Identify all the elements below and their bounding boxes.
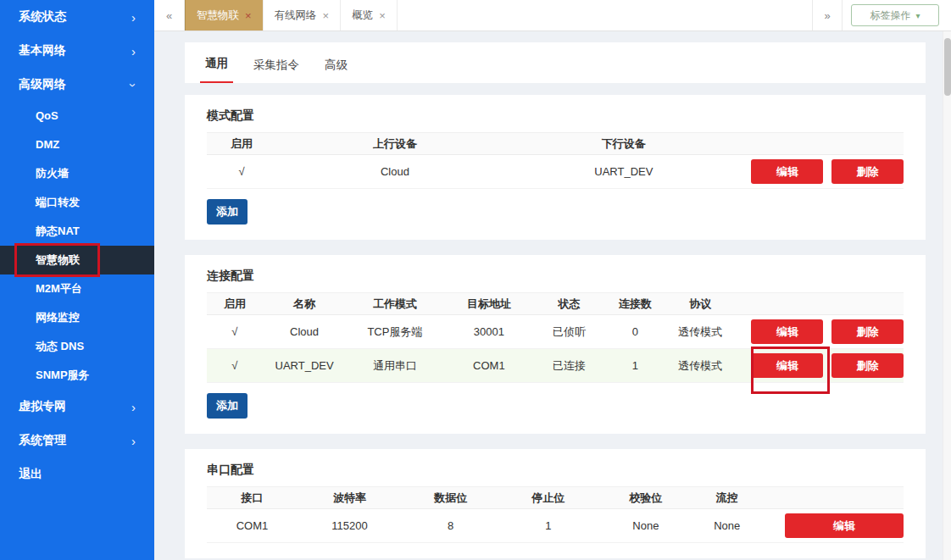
delete-button[interactable]: 删除 <box>831 319 904 344</box>
sidebar-item-label: 网络监控 <box>36 311 80 324</box>
sidebar-item-static-nat[interactable]: 静态NAT <box>0 217 154 246</box>
sidebar-item-label: 虚拟专网 <box>19 399 66 414</box>
column-header-downlink-device: 下行设备 <box>514 133 734 155</box>
cell-name: Cloud <box>263 315 347 349</box>
sidebar-item-dynamic-dns[interactable]: 动态 DNS <box>0 332 154 361</box>
table-row: √ UART_DEV 通用串口 COM1 已连接 1 透传模式 编辑 删除 <box>207 349 904 383</box>
sidebar-item-logout[interactable]: 退出 <box>0 457 154 491</box>
table-header-row: 接口 波特率 数据位 停止位 校验位 流控 <box>207 487 904 509</box>
column-header-flow-control: 流控 <box>694 487 759 509</box>
sidebar-item-basic-network[interactable]: 基本网络 › <box>0 34 154 68</box>
sidebar-item-label: 静态NAT <box>36 225 80 237</box>
sidebar-item-label: SNMP服务 <box>36 369 90 381</box>
sidebar-item-m2m-platform[interactable]: M2M平台 <box>0 274 154 303</box>
content-tab-strip: 通用 采集指令 高级 <box>185 42 926 83</box>
column-header-stop-bits: 停止位 <box>499 487 597 509</box>
sidebar-item-dmz[interactable]: DMZ <box>0 130 154 159</box>
cell-enabled: √ <box>207 315 263 349</box>
cell-connection-count: 1 <box>604 349 667 383</box>
connection-config-panel: 连接配置 启用 名称 工作模式 目标地址 状态 连接数 协议 √ Cloud <box>185 255 926 434</box>
column-header-parity: 校验位 <box>597 487 694 509</box>
mode-config-table: 启用 上行设备 下行设备 √ Cloud UART_DEV 编辑 删除 <box>207 132 904 189</box>
column-header-interface: 接口 <box>207 487 298 509</box>
sidebar-item-label: QoS <box>36 109 58 122</box>
column-header-baud-rate: 波特率 <box>298 487 402 509</box>
edit-button[interactable]: 编辑 <box>785 513 904 538</box>
tab-wired-network[interactable]: 有线网络 × <box>264 0 342 30</box>
edit-button[interactable]: 编辑 <box>751 319 823 344</box>
sidebar-item-snmp[interactable]: SNMP服务 <box>0 361 154 390</box>
column-header-uplink-device: 上行设备 <box>276 133 513 155</box>
tag-actions-dropdown[interactable]: 标签操作 ▾ <box>851 4 939 26</box>
sidebar-item-vpn[interactable]: 虚拟专网 › <box>0 390 154 424</box>
sidebar-item-firewall[interactable]: 防火墙 <box>0 159 154 188</box>
cell-protocol: 透传模式 <box>666 315 734 349</box>
chevron-right-icon: › <box>131 45 136 58</box>
cell-parity: None <box>597 509 694 543</box>
tab-advanced[interactable]: 高级 <box>320 46 353 83</box>
panel-title-connection-config: 连接配置 <box>207 269 904 284</box>
sidebar-item-network-monitor[interactable]: 网络监控 <box>0 303 154 332</box>
column-header-work-mode: 工作模式 <box>346 293 443 315</box>
sidebar-item-advanced-network[interactable]: 高级网络 › <box>0 68 154 102</box>
sidebar-item-label: 智慧物联 <box>36 253 80 266</box>
sidebar-item-label: DMZ <box>36 138 59 151</box>
tab-overview[interactable]: 概览 × <box>341 0 398 30</box>
sidebar-item-label: 系统管理 <box>19 433 66 448</box>
cell-work-mode: 通用串口 <box>346 349 443 383</box>
sidebar-item-smart-iot[interactable]: 智慧物联 <box>0 246 154 274</box>
panel-title-mode-config: 模式配置 <box>207 108 904 124</box>
sidebar-item-label: 退出 <box>19 467 42 482</box>
chevron-down-icon: › <box>127 83 140 87</box>
sidebar-item-system-status[interactable]: 系统状态 › <box>0 0 154 34</box>
panel-title-serial-config: 串口配置 <box>207 463 904 478</box>
sidebar-item-system-management[interactable]: 系统管理 › <box>0 424 154 457</box>
scrollbar-thumb[interactable] <box>944 38 951 96</box>
close-icon[interactable]: × <box>379 10 386 21</box>
connection-config-table: 启用 名称 工作模式 目标地址 状态 连接数 协议 √ Cloud TCP服务端… <box>207 292 904 383</box>
add-button[interactable]: 添加 <box>207 393 247 419</box>
column-header-actions <box>734 293 904 315</box>
edit-button-uart-dev[interactable]: 编辑 <box>751 353 823 378</box>
delete-button[interactable]: 删除 <box>831 353 904 378</box>
mode-config-panel: 模式配置 启用 上行设备 下行设备 √ Cloud UART_DEV 编辑 删除 <box>185 95 926 240</box>
close-icon[interactable]: × <box>323 10 330 21</box>
close-icon[interactable]: × <box>245 10 252 21</box>
column-header-target-address: 目标地址 <box>443 293 534 315</box>
cell-uplink-device: Cloud <box>276 155 513 189</box>
chevron-right-icon: › <box>131 401 136 413</box>
main-content: 通用 采集指令 高级 模式配置 启用 上行设备 下行设备 √ Cloud UAR… <box>154 31 943 560</box>
column-header-protocol: 协议 <box>666 293 734 315</box>
tab-smart-iot[interactable]: 智慧物联 × <box>185 0 264 30</box>
sidebar-item-label: M2M平台 <box>36 282 82 295</box>
cell-baud-rate: 115200 <box>298 509 402 543</box>
vertical-scrollbar[interactable] <box>943 31 951 560</box>
cell-protocol: 透传模式 <box>666 349 734 383</box>
serial-config-table: 接口 波特率 数据位 停止位 校验位 流控 COM1 115200 8 1 No… <box>207 486 904 543</box>
add-button[interactable]: 添加 <box>207 199 247 225</box>
sidebar-item-label: 高级网络 <box>19 77 66 92</box>
sidebar-item-label: 端口转发 <box>36 196 80 208</box>
tab-label: 有线网络 <box>275 8 317 23</box>
table-header-row: 启用 名称 工作模式 目标地址 状态 连接数 协议 <box>207 293 904 315</box>
tab-label: 概览 <box>352 8 373 23</box>
double-chevron-right-icon: » <box>824 9 830 22</box>
column-header-data-bits: 数据位 <box>402 487 499 509</box>
delete-button[interactable]: 删除 <box>831 159 904 184</box>
sidebar-item-label: 动态 DNS <box>36 340 84 352</box>
sidebar-item-port-forwarding[interactable]: 端口转发 <box>0 188 154 217</box>
scroll-tabs-left-button[interactable]: « <box>154 0 185 30</box>
chevron-right-icon: › <box>131 435 136 447</box>
table-row: COM1 115200 8 1 None None 编辑 <box>207 509 904 543</box>
scroll-tabs-right-button[interactable]: » <box>812 0 843 30</box>
tag-actions-label: 标签操作 <box>870 8 910 23</box>
cell-name: UART_DEV <box>263 349 347 383</box>
table-header-row: 启用 上行设备 下行设备 <box>207 133 904 155</box>
edit-button[interactable]: 编辑 <box>751 159 823 184</box>
tab-collect-commands[interactable]: 采集指令 <box>248 46 304 83</box>
cell-enabled: √ <box>207 349 263 383</box>
sidebar-item-qos[interactable]: QoS <box>0 102 154 130</box>
tab-general[interactable]: 通用 <box>200 44 233 83</box>
sidebar-item-label: 基本网络 <box>19 43 66 58</box>
cell-connection-count: 0 <box>604 315 667 349</box>
